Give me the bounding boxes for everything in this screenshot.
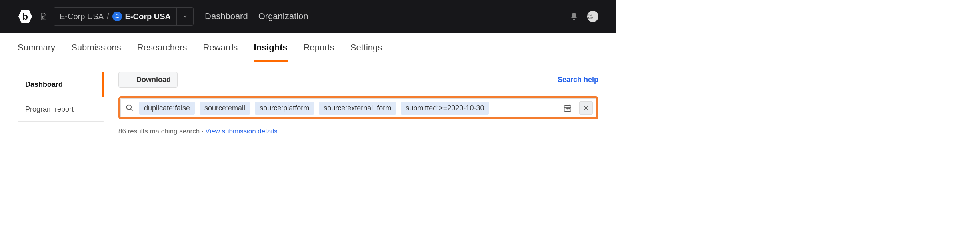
subnav-submissions[interactable]: Submissions — [71, 33, 121, 62]
view-submission-details-link[interactable]: View submission details — [205, 127, 277, 135]
subnav-insights[interactable]: Insights — [254, 33, 287, 62]
search-box[interactable]: duplicate:false source:email source:plat… — [120, 98, 596, 117]
user-avatar[interactable]: NO IMG — [587, 11, 598, 22]
calendar-icon[interactable] — [562, 104, 574, 112]
notifications-icon[interactable] — [570, 12, 578, 21]
sidebar-item-dashboard[interactable]: Dashboard — [18, 72, 104, 97]
breadcrumb-parent: E-Corp USA — [60, 12, 104, 21]
search-chip[interactable]: source:external_form — [319, 102, 396, 115]
search-icon — [124, 104, 135, 112]
close-icon — [583, 105, 589, 111]
sidebar-item-label: Program report — [25, 105, 74, 113]
insights-sidebar: Dashboard Program report — [18, 72, 104, 122]
breadcrumb-separator: / — [107, 12, 109, 21]
sidebar-item-label: Dashboard — [25, 80, 63, 88]
search-chip[interactable]: duplicate:false — [139, 102, 195, 115]
search-help-link[interactable]: Search help — [558, 76, 598, 84]
svg-text:b: b — [22, 11, 28, 22]
subnav-reports[interactable]: Reports — [304, 33, 334, 62]
download-label: Download — [136, 76, 171, 84]
topnav-organization[interactable]: Organization — [258, 11, 308, 22]
top-nav: Dashboard Organization — [205, 11, 308, 22]
subnav-settings[interactable]: Settings — [350, 33, 382, 62]
search-highlight-frame: duplicate:false source:email source:plat… — [118, 96, 598, 119]
results-summary: 86 results matching search · View submis… — [118, 127, 598, 135]
breadcrumb-current: E-Corp USA — [125, 12, 171, 21]
sidebar-item-program-report[interactable]: Program report — [18, 97, 104, 121]
svg-point-4 — [127, 105, 132, 110]
topnav-dashboard[interactable]: Dashboard — [205, 11, 248, 22]
subnav-researchers[interactable]: Researchers — [137, 33, 187, 62]
sub-nav: Summary Submissions Researchers Rewards … — [0, 33, 616, 62]
bug-icon — [112, 12, 122, 21]
subnav-summary[interactable]: Summary — [18, 33, 55, 62]
document-icon[interactable] — [39, 12, 47, 21]
content-area: Download Search help duplicate:false sou… — [118, 72, 598, 135]
download-button[interactable]: Download — [118, 72, 178, 88]
subnav-rewards[interactable]: Rewards — [203, 33, 238, 62]
svg-point-11 — [567, 108, 568, 109]
search-chips: duplicate:false source:email source:plat… — [139, 102, 558, 115]
program-selector[interactable]: E-Corp USA / E-Corp USA — [54, 7, 194, 26]
svg-point-12 — [569, 108, 570, 109]
svg-line-5 — [131, 109, 133, 111]
logo[interactable]: b — [18, 8, 33, 25]
search-chip[interactable]: source:email — [200, 102, 250, 115]
clear-search-button[interactable] — [579, 101, 593, 115]
results-count: 86 results matching search — [118, 127, 200, 135]
svg-point-3 — [114, 14, 120, 19]
svg-rect-2 — [42, 16, 44, 18]
top-bar: b E-Corp USA / E-Corp USA Dashboard Orga… — [0, 0, 616, 33]
svg-point-10 — [566, 108, 566, 109]
results-separator: · — [200, 127, 205, 135]
avatar-placeholder: NO IMG — [587, 13, 598, 20]
search-chip[interactable]: source:platform — [255, 102, 314, 115]
search-chip[interactable]: submitted:>=2020-10-30 — [401, 102, 489, 115]
program-selector-caret[interactable] — [176, 8, 193, 25]
download-icon — [125, 76, 132, 84]
